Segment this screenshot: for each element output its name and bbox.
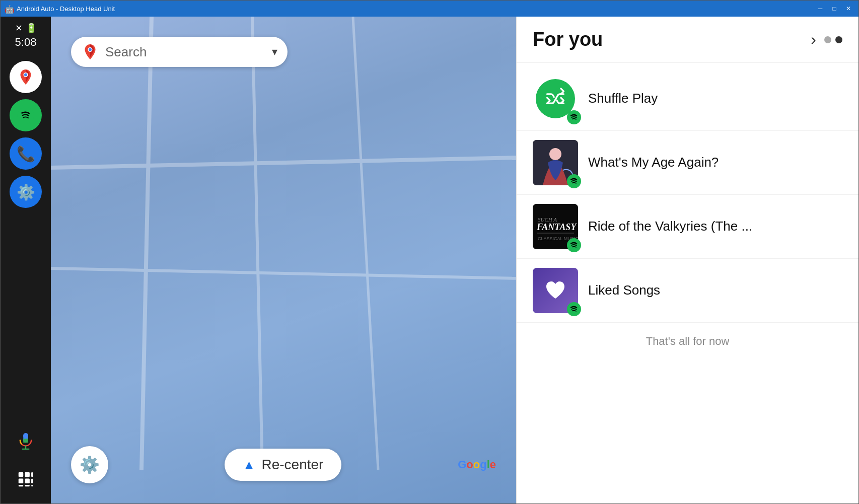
svg-rect-9 xyxy=(25,472,30,477)
google-logo: Google xyxy=(458,458,496,471)
music-info-shuffle: Shuffle Play xyxy=(588,90,842,107)
battery-icon: 🔋 xyxy=(26,23,37,34)
svg-line-21 xyxy=(353,17,378,470)
page-dots xyxy=(824,36,842,43)
svg-rect-15 xyxy=(25,485,30,486)
svg-rect-13 xyxy=(31,478,33,483)
list-item[interactable]: Liked Songs xyxy=(517,259,858,323)
map-background xyxy=(51,17,516,503)
music-info-liked: Liked Songs xyxy=(588,282,842,299)
album-art-valkyries: SUCH A FANTASY CLASSICAL MUSIC xyxy=(533,204,578,249)
list-item[interactable]: SUCH A FANTASY CLASSICAL MUSIC xyxy=(517,195,858,259)
svg-point-1 xyxy=(24,74,27,77)
for-you-title: For you xyxy=(533,29,811,50)
svg-rect-16 xyxy=(31,485,33,486)
svg-rect-12 xyxy=(25,478,30,483)
svg-point-26 xyxy=(549,148,561,160)
shuffle-icon xyxy=(544,88,566,110)
status-icons: ✕ 🔋 xyxy=(15,23,37,34)
svg-line-18 xyxy=(252,17,262,470)
search-input[interactable]: Search xyxy=(105,44,266,60)
for-you-arrow[interactable]: › xyxy=(811,30,816,49)
svg-point-34 xyxy=(567,303,581,316)
maximize-button[interactable]: □ xyxy=(828,4,840,14)
minimize-button[interactable]: ─ xyxy=(814,4,826,14)
dot-2 xyxy=(835,36,842,43)
list-item[interactable]: Shuffle Play xyxy=(517,67,858,131)
settings-icon: ⚙️ xyxy=(17,183,35,201)
svg-line-20 xyxy=(51,268,516,278)
recenter-arrow-icon: ▲ xyxy=(243,457,256,473)
svg-point-2 xyxy=(18,107,34,124)
svg-rect-8 xyxy=(19,472,24,477)
map-roads xyxy=(51,17,516,503)
heart-icon xyxy=(543,278,567,303)
window-title: Android Auto - Desktop Head Unit xyxy=(17,5,810,13)
app-icon: 🤖 xyxy=(5,5,13,13)
music-list: Shuffle Play xyxy=(517,63,858,503)
maps-icon xyxy=(17,68,35,86)
spotify-badge-liked xyxy=(567,302,581,316)
left-sidebar: ✕ 🔋 5:08 xyxy=(1,17,51,503)
dot-1 xyxy=(824,36,831,43)
that-all-footer: That's all for now xyxy=(517,323,858,360)
right-panel-header: For you › xyxy=(517,17,858,63)
window-controls: ─ □ ✕ xyxy=(814,4,854,14)
sidebar-item-spotify[interactable] xyxy=(10,99,42,131)
close-button[interactable]: ✕ xyxy=(842,4,854,14)
svg-rect-7 xyxy=(23,439,28,443)
album-art-whats-my-age xyxy=(533,140,578,185)
recenter-button[interactable]: ▲ Re-center xyxy=(225,449,342,481)
music-info-valkyries: Ride of the Valkyries (The ... xyxy=(588,218,842,235)
mic-icon xyxy=(16,431,35,451)
spotify-badge-whats xyxy=(567,174,581,188)
sidebar-item-mic[interactable] xyxy=(10,425,42,457)
svg-rect-11 xyxy=(19,478,24,483)
music-title-whats: What's My Age Again? xyxy=(588,154,842,171)
sidebar-item-phone[interactable]: 📞 xyxy=(10,137,42,170)
spotify-icon xyxy=(17,106,35,124)
sidebar-item-grid[interactable] xyxy=(10,463,42,495)
search-maps-icon xyxy=(81,43,99,61)
recenter-label: Re-center xyxy=(261,457,323,473)
title-bar: 🤖 Android Auto - Desktop Head Unit ─ □ ✕ xyxy=(1,1,858,17)
sidebar-item-maps[interactable] xyxy=(10,61,42,93)
svg-text:FANTASY: FANTASY xyxy=(536,222,577,232)
dropdown-icon[interactable]: ▾ xyxy=(272,45,277,58)
phone-icon: 📞 xyxy=(17,145,35,163)
music-title-liked: Liked Songs xyxy=(588,282,842,299)
search-bar[interactable]: Search ▾ xyxy=(71,37,288,67)
svg-point-33 xyxy=(567,239,581,252)
signal-icon: ✕ xyxy=(15,23,23,34)
svg-rect-10 xyxy=(31,472,33,477)
right-panel: For you › xyxy=(516,17,858,503)
svg-point-23 xyxy=(89,48,92,51)
svg-point-27 xyxy=(567,175,581,188)
status-time: 5:08 xyxy=(15,36,37,49)
music-title-valkyries: Ride of the Valkyries (The ... xyxy=(588,218,842,235)
status-area: ✕ 🔋 5:08 xyxy=(15,23,37,49)
main-window: 🤖 Android Auto - Desktop Head Unit ─ □ ✕… xyxy=(0,0,859,504)
svg-line-17 xyxy=(141,17,152,470)
spotify-badge-valkyries xyxy=(567,238,581,252)
list-item[interactable]: What's My Age Again? xyxy=(517,131,858,195)
search-bar-container[interactable]: Search ▾ xyxy=(71,37,288,67)
svg-rect-14 xyxy=(19,485,24,486)
grid-icon xyxy=(16,470,35,489)
music-title-shuffle: Shuffle Play xyxy=(588,90,842,107)
sidebar-item-settings[interactable]: ⚙️ xyxy=(10,176,42,208)
music-info-whats: What's My Age Again? xyxy=(588,154,842,171)
svg-line-19 xyxy=(51,158,516,168)
album-art-liked xyxy=(533,268,578,313)
map-bottom-controls: ⚙️ ▲ Re-center Google xyxy=(51,446,516,483)
map-settings-button[interactable]: ⚙️ xyxy=(71,446,108,483)
map-area: Search ▾ ⚙️ ▲ Re-center Google xyxy=(51,17,516,503)
svg-point-24 xyxy=(567,111,581,124)
spotify-badge-shuffle xyxy=(567,110,581,124)
album-art-shuffle xyxy=(533,76,578,121)
app-body: ✕ 🔋 5:08 xyxy=(1,17,858,503)
gear-icon: ⚙️ xyxy=(80,455,100,474)
svg-rect-6 xyxy=(23,433,28,439)
